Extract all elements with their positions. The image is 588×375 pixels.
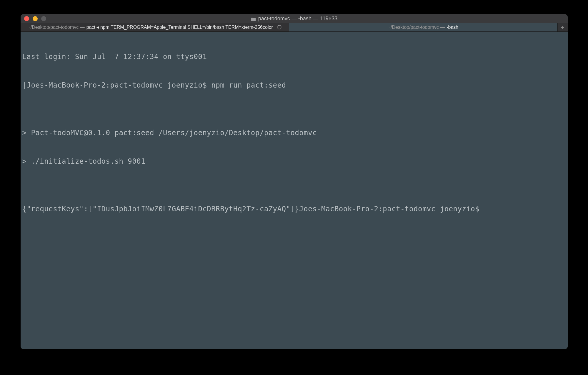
maximize-icon[interactable] <box>41 16 46 21</box>
tab-background-process[interactable]: ~/Desktop/pact-todomvc — pact ◂ npm TERM… <box>21 23 289 31</box>
terminal-line: > ./initialize-todos.sh 9001 <box>22 157 566 166</box>
traffic-lights <box>24 16 46 21</box>
spinner-icon <box>277 25 281 29</box>
new-tab-button[interactable]: + <box>558 23 568 31</box>
terminal-line: > Pact-todoMVC@0.1.0 pact:seed /Users/jo… <box>22 128 566 138</box>
terminal-line: |Joes-MacBook-Pro-2:pact-todomvc joenyzi… <box>22 81 566 90</box>
close-icon[interactable] <box>24 16 29 21</box>
plus-icon: + <box>561 24 564 31</box>
terminal-line: {"requestKeys":["IDusJpbJoiIMwZ0L7GABE4i… <box>22 204 566 214</box>
terminal-line: Last login: Sun Jul 7 12:37:34 on ttys00… <box>22 52 566 61</box>
window-titlebar[interactable]: pact-todomvc — -bash — 119×33 <box>21 14 568 23</box>
tab-bash[interactable]: ~/Desktop/pact-todomvc — -bash <box>289 23 558 31</box>
folder-icon <box>251 16 256 21</box>
tab-bar: ~/Desktop/pact-todomvc — pact ◂ npm TERM… <box>21 23 568 32</box>
minimize-icon[interactable] <box>33 16 38 21</box>
terminal-output[interactable]: Last login: Sun Jul 7 12:37:34 on ttys00… <box>21 32 568 349</box>
tab-path: ~/Desktop/pact-todomvc — <box>28 25 84 30</box>
window-title-text: pact-todomvc — -bash — 119×33 <box>258 16 338 22</box>
terminal-window: pact-todomvc — -bash — 119×33 ~/Desktop/… <box>21 14 568 349</box>
tab-process: pact ◂ npm TERM_PROGRAM=Apple_Terminal S… <box>86 24 273 30</box>
tab-path: ~/Desktop/pact-todomvc — <box>388 25 445 30</box>
window-title: pact-todomvc — -bash — 119×33 <box>251 16 338 22</box>
tab-process: -bash <box>447 25 458 30</box>
